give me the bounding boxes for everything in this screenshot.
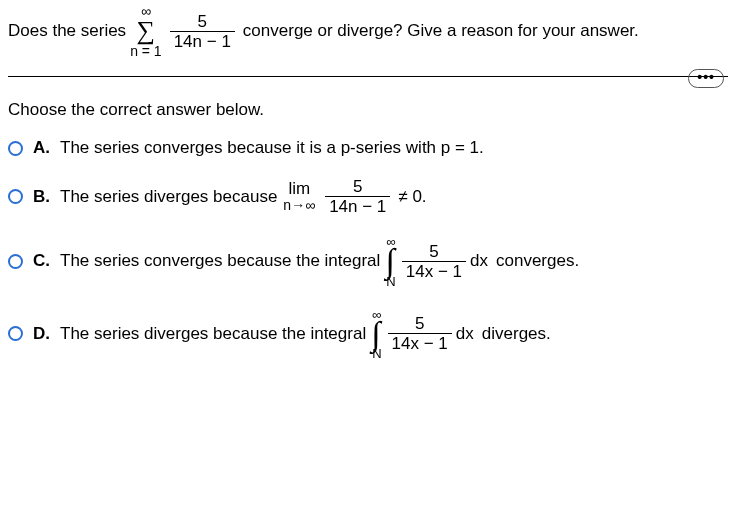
limit-symbol: lim [288, 180, 310, 198]
option-c-fraction: 5 14x − 1 [402, 243, 466, 280]
question-text: Does the series ∞ ∑ n = 1 5 14n − 1 conv… [8, 4, 728, 58]
option-b-fraction: 5 14n − 1 [325, 178, 390, 215]
question-container: Does the series ∞ ∑ n = 1 5 14n − 1 conv… [0, 0, 736, 388]
sigma-notation: ∞ ∑ n = 1 [130, 4, 162, 58]
integral-symbol-wrap: ∞ ∫ N [370, 308, 381, 361]
option-c-pre: The series converges because the integra… [60, 251, 380, 271]
option-b-text: The series diverges because lim n→∞ 5 14… [60, 178, 431, 215]
option-a-text: The series converges because it is a p-s… [60, 138, 484, 158]
radio-b[interactable] [8, 189, 23, 204]
option-b-pre: The series diverges because [60, 187, 277, 207]
radio-a[interactable] [8, 141, 23, 156]
option-b-post: ≠ 0. [398, 187, 426, 207]
option-a-label: A. [33, 138, 50, 158]
instruction-text: Choose the correct answer below. [8, 100, 728, 120]
fraction-denominator: 14x − 1 [388, 333, 452, 352]
integral-lower: N [386, 275, 395, 288]
sigma-symbol: ∑ [137, 18, 156, 44]
option-d: D. The series diverges because the integ… [8, 308, 728, 361]
option-b: B. The series diverges because lim n→∞ 5… [8, 178, 728, 215]
integral-notation-d: ∞ ∫ N 5 14x − 1 dx [370, 308, 474, 361]
option-b-label: B. [33, 187, 50, 207]
option-d-label: D. [33, 324, 50, 344]
question-pre: Does the series [8, 21, 126, 41]
integral-symbol-wrap: ∞ ∫ N [384, 235, 395, 288]
question-post: converge or diverge? Give a reason for y… [243, 21, 639, 41]
series-term-fraction: 5 14n − 1 [170, 13, 235, 50]
integral-symbol: ∫ [385, 246, 394, 277]
fraction-numerator: 5 [194, 13, 211, 31]
limit-notation: lim n→∞ [283, 180, 315, 213]
option-d-pre: The series diverges because the integral [60, 324, 366, 344]
fraction-denominator: 14n − 1 [170, 31, 235, 50]
integral-notation-c: ∞ ∫ N 5 14x − 1 dx [384, 235, 488, 288]
dx-label: dx [470, 251, 488, 271]
fraction-numerator: 5 [425, 243, 442, 261]
fraction-numerator: 5 [349, 178, 366, 196]
fraction-numerator: 5 [411, 315, 428, 333]
option-c-post: converges. [496, 251, 579, 271]
fraction-denominator: 14x − 1 [402, 261, 466, 280]
integral-symbol: ∫ [371, 319, 380, 350]
option-d-post: diverges. [482, 324, 551, 344]
option-d-fraction: 5 14x − 1 [388, 315, 452, 352]
option-d-text: The series diverges because the integral… [60, 308, 555, 361]
radio-c[interactable] [8, 254, 23, 269]
dx-label: dx [456, 324, 474, 344]
option-c-text: The series converges because the integra… [60, 235, 583, 288]
option-c-label: C. [33, 251, 50, 271]
radio-d[interactable] [8, 326, 23, 341]
fraction-denominator: 14n − 1 [325, 196, 390, 215]
option-a: A. The series converges because it is a … [8, 138, 728, 158]
sigma-lower-bound: n = 1 [130, 44, 162, 58]
more-options-button[interactable]: ••• [688, 69, 724, 88]
limit-approach: n→∞ [283, 198, 315, 213]
option-c: C. The series converges because the inte… [8, 235, 728, 288]
integral-lower: N [372, 347, 381, 360]
